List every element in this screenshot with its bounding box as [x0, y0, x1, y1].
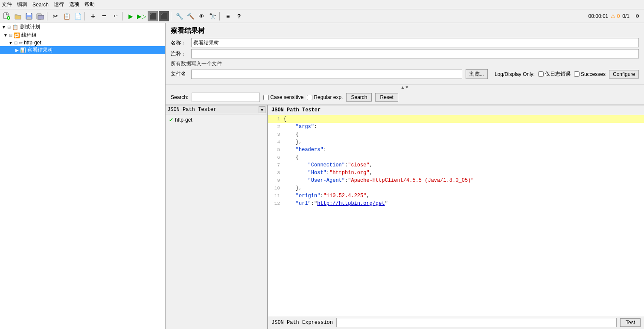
case-sensitive-label: Case sensitive	[263, 94, 303, 100]
timer-area: 00:00:01 ⚠ 0 0/1 ⚙	[589, 11, 642, 21]
help-btn[interactable]: ?	[234, 11, 244, 21]
search-input[interactable]	[192, 93, 260, 102]
errors-label: 仅日志错误	[545, 70, 571, 78]
result-status-icon: ✔	[169, 117, 173, 123]
regex-text: Regular exp.	[314, 94, 343, 100]
successes-checkbox[interactable]	[574, 71, 580, 77]
tree-label-result-tree: 察看结果树	[27, 47, 53, 54]
run-btn[interactable]: ▶	[125, 11, 136, 21]
config-title: 察看结果树	[171, 26, 639, 35]
successes-label: Successes	[581, 71, 606, 77]
config-area: 察看结果树 名称： 注释： 所有数据写入一个文件 文件名 浏览... Log/D…	[166, 23, 644, 84]
results-panel: JSON Path Tester ▼ ✔ http-get	[166, 105, 268, 329]
menu-search[interactable]: Search	[32, 2, 49, 8]
comment-row: 注释：	[171, 49, 639, 58]
comment-input[interactable]	[191, 49, 639, 58]
menu-help[interactable]: 帮助	[85, 1, 95, 8]
tree-label-thread-group: 线程组	[21, 32, 37, 39]
filename-label: 文件名	[171, 70, 188, 78]
errors-checkbox[interactable]	[538, 71, 544, 77]
paste-btn[interactable]: 📄	[73, 11, 83, 21]
filename-input[interactable]	[191, 70, 462, 79]
run-count: 0/1	[622, 13, 629, 19]
reset-btn[interactable]: Reset	[375, 93, 398, 102]
json-line-12: 12 "url":"http://httpbin.org/get"	[268, 200, 644, 207]
write-note: 所有数据写入一个文件	[171, 60, 639, 67]
remote-btn[interactable]: 🔭	[207, 11, 218, 21]
toolbar-sep-3	[122, 12, 124, 20]
results-dropdown[interactable]: ▼	[259, 106, 265, 113]
stop-btn[interactable]: ⬛	[148, 11, 158, 21]
json-line-9: 9 "User-Agent":"Apache-HttpClient/4.5.5 …	[268, 177, 644, 184]
indent-btn[interactable]: ≡	[223, 11, 233, 21]
results-title: JSON Path Tester	[167, 107, 216, 113]
url-link[interactable]: http://httpbin.org/get	[317, 201, 385, 207]
run-selected-btn[interactable]: ▶▷	[137, 11, 147, 21]
template-btn[interactable]: 🔨	[185, 11, 195, 21]
json-line-5: 5 "headers":	[268, 146, 644, 154]
json-line-7: 7 "Connection":"close",	[268, 161, 644, 169]
tree-label-test-plan: 测试计划	[20, 23, 40, 31]
new-btn[interactable]	[2, 11, 12, 21]
json-content[interactable]: 1 { 2 "args": 3 { 4 },	[268, 115, 644, 316]
json-path-input[interactable]	[336, 318, 617, 327]
name-row: 名称：	[171, 38, 639, 47]
toolbar-sep-4	[171, 12, 172, 20]
save-as-btn[interactable]	[35, 11, 45, 21]
json-path-label: JSON Path Expression	[271, 320, 333, 326]
search-btn[interactable]: Search	[346, 93, 372, 102]
tree-item-thread-group[interactable]: ▼ ⊟ 🔁 线程组	[0, 31, 165, 39]
clear-btn[interactable]: ↩	[110, 11, 120, 21]
json-line-10: 10 },	[268, 184, 644, 192]
expand-icon-2: ▼	[3, 33, 8, 38]
remove-btn[interactable]: −	[99, 11, 109, 21]
copy-btn[interactable]: 📋	[61, 11, 72, 21]
regex-checkbox[interactable]	[307, 95, 312, 100]
toolbar-sep-2	[85, 12, 86, 20]
json-line-2: 2 "args":	[268, 123, 644, 131]
browse-btn[interactable]: 浏览...	[466, 69, 488, 79]
spy-btn[interactable]: 👁	[196, 11, 207, 21]
menu-edit[interactable]: 编辑	[17, 1, 27, 8]
expand-icon: ▼	[2, 25, 6, 29]
log-display-label: Log/Display Only:	[495, 71, 535, 77]
menu-run[interactable]: 运行	[54, 1, 64, 8]
name-label: 名称：	[171, 39, 188, 47]
menu-file[interactable]: 文件	[2, 1, 12, 8]
json-line-1: 1 {	[268, 115, 644, 123]
stop-now-btn[interactable]: ⬛	[159, 11, 169, 21]
tree-item-http-get[interactable]: ▼ ⊟ ✏ http-get	[0, 39, 165, 46]
filename-row: 文件名 浏览... Log/Display Only: 仅日志错误 Succes…	[171, 69, 639, 79]
func-btn[interactable]: 🔧	[174, 11, 184, 21]
comment-label: 注释：	[171, 50, 188, 58]
menu-options[interactable]: 选项	[69, 1, 79, 8]
divider-arrow[interactable]: ▲▼	[166, 84, 644, 90]
add-btn[interactable]: +	[88, 11, 98, 21]
test-btn[interactable]: Test	[620, 318, 641, 327]
json-line-4: 4 },	[268, 138, 644, 146]
json-line-8: 8 "Host":"httpbin.org",	[268, 169, 644, 177]
json-header: JSON Path Tester	[268, 105, 644, 115]
remote-control-btn[interactable]: ⚙	[632, 11, 642, 21]
errors-checkbox-label: 仅日志错误	[538, 70, 571, 78]
case-sensitive-checkbox[interactable]	[263, 95, 269, 100]
save-btn[interactable]	[24, 11, 34, 21]
svg-rect-3	[27, 13, 31, 15]
result-item-http-get[interactable]: ✔ http-get	[167, 116, 265, 124]
name-input[interactable]	[191, 38, 639, 47]
results-list: ✔ http-get	[166, 114, 267, 329]
cut-btn[interactable]: ✂	[50, 11, 61, 21]
search-bar: Search: Case sensitive Regular exp. Sear…	[166, 90, 644, 105]
successes-checkbox-label: Successes	[574, 71, 606, 77]
json-line-11: 11 "origin":"110.52.4.225",	[268, 192, 644, 200]
configure-btn[interactable]: Configure	[609, 70, 639, 79]
tree-item-test-plan[interactable]: ▼ ⊟ 📋 测试计划	[0, 23, 165, 31]
sidebar: ▼ ⊟ 📋 测试计划 ▼ ⊟ 🔁 线程组 ▼ ⊟ ✏ http-get ▶ 📊 …	[0, 23, 166, 329]
case-sensitive-text: Case sensitive	[270, 94, 303, 100]
tree-item-result-tree[interactable]: ▶ 📊 察看结果树	[0, 46, 165, 54]
timer-value: 00:00:01	[589, 13, 609, 19]
search-label: Search:	[171, 94, 188, 100]
open-btn[interactable]	[13, 11, 23, 21]
toolbar: ✂ 📋 📄 + − ↩ ▶ ▶▷ ⬛ ⬛ 🔧 🔨 👁 🔭 ≡ ? 00:00:0…	[0, 9, 644, 23]
right-panel: 察看结果树 名称： 注释： 所有数据写入一个文件 文件名 浏览... Log/D…	[166, 23, 644, 329]
